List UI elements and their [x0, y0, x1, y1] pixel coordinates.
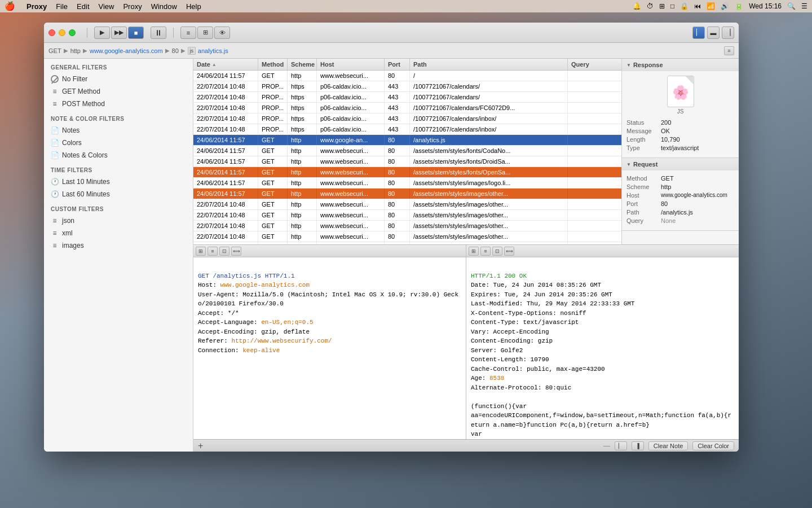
- stop-button[interactable]: ■: [128, 27, 144, 39]
- table-row[interactable]: 22/07/2014 10:48PROP...httpsp06-caldav.i…: [193, 103, 621, 113]
- panel-left-button[interactable]: ▏: [692, 27, 705, 39]
- get-icon: ≡: [51, 87, 59, 95]
- table-cell: [568, 178, 621, 188]
- req-split-btn3[interactable]: ⊡: [219, 247, 230, 256]
- table-row[interactable]: 22/07/2014 10:48PROP...httpsp06-caldav.i…: [193, 113, 621, 124]
- table-row[interactable]: 22/07/2014 10:48GEThttpwww.websecuri...8…: [193, 210, 621, 221]
- req-split-btn1[interactable]: ⊞: [196, 247, 206, 256]
- table-cell: /1007721067/calendars/: [410, 81, 568, 91]
- clear-color-button[interactable]: Clear Color: [692, 441, 734, 450]
- menu-help[interactable]: Help: [186, 2, 201, 11]
- list-view-button[interactable]: ≡: [180, 27, 196, 39]
- res-split-btn1[interactable]: ⊞: [469, 247, 479, 256]
- table-cell: /1007721067/calendars/: [410, 92, 568, 102]
- res-split-btn3[interactable]: ⊡: [492, 247, 502, 256]
- no-filter-icon: [51, 75, 59, 83]
- menu-window[interactable]: Window: [151, 2, 177, 11]
- table-row[interactable]: 24/06/2014 11:57GEThttpwww.websecuri...8…: [193, 178, 621, 189]
- spotlight-icon[interactable]: 🔍: [787, 2, 796, 10]
- play-button[interactable]: ▶: [94, 27, 110, 39]
- json-icon: ≡: [51, 217, 59, 225]
- table-cell: [568, 124, 621, 134]
- sidebar-item-notes-colors[interactable]: 📄 Notes & Colors: [44, 149, 193, 161]
- table-row[interactable]: 24/06/2014 11:57GEThttpwww.websecuri...8…: [193, 156, 621, 167]
- header-date[interactable]: Date ▲: [193, 59, 258, 70]
- sidebar-item-10min[interactable]: 🕐 Last 10 Minutes: [44, 176, 193, 188]
- panel-center-button[interactable]: ▬: [707, 27, 720, 39]
- host-label: www.google-analytics.com: [90, 47, 163, 54]
- header-port[interactable]: Port: [385, 59, 410, 70]
- notification-icon[interactable]: 🔔: [633, 2, 641, 10]
- table-row[interactable]: 24/06/2014 11:57GEThttpwww.websecuri...8…: [193, 71, 621, 81]
- screen-icon: □: [670, 2, 674, 10]
- close-button[interactable]: [48, 29, 55, 36]
- req-split-btn4[interactable]: ⟺: [231, 247, 241, 256]
- menu-edit[interactable]: Edit: [77, 2, 89, 11]
- table-row[interactable]: 22/07/2014 10:48GEThttpwww.websecuri...8…: [193, 199, 621, 210]
- menu-file[interactable]: File: [56, 2, 68, 11]
- status-btn1[interactable]: ▏: [615, 441, 627, 450]
- sidebar-item-post[interactable]: ≡ POST Method: [44, 98, 193, 110]
- wifi-icon: 📶: [707, 2, 715, 10]
- panel-right-button[interactable]: ▕: [722, 27, 734, 39]
- response-header[interactable]: ▼ Response: [622, 59, 739, 71]
- pause-button[interactable]: ⏸: [151, 27, 166, 39]
- grid-view-button[interactable]: ⊞: [197, 27, 213, 39]
- sidebar-item-json[interactable]: ≡ json: [44, 214, 193, 227]
- table-cell: 80: [385, 156, 410, 167]
- request-header[interactable]: ▼ Request: [622, 158, 739, 170]
- traffic-lights: [48, 29, 76, 36]
- menu-proxy-app[interactable]: Proxy: [27, 2, 47, 11]
- request-section: ▼ Request Method GET Scheme htt: [622, 158, 739, 231]
- table-cell: /1007721067/calendars/FC6072D9...: [410, 103, 568, 113]
- sidebar-item-images[interactable]: ≡ images: [44, 239, 193, 252]
- table-row[interactable]: 22/07/2014 10:48GEThttpwww.websecuri...8…: [193, 231, 621, 242]
- sidebar-item-no-filter[interactable]: No Filter: [44, 73, 193, 85]
- sidebar-item-60min[interactable]: 🕐 Last 60 Minutes: [44, 188, 193, 200]
- minimize-button[interactable]: [59, 29, 65, 36]
- header-scheme[interactable]: Scheme: [288, 59, 317, 70]
- header-method[interactable]: Method: [258, 59, 288, 70]
- table-cell: www.websecuri...: [317, 210, 385, 220]
- add-button[interactable]: +: [198, 441, 203, 450]
- table-row[interactable]: 22/07/2014 10:48PROP...httpsp06-caldav.i…: [193, 81, 621, 92]
- table-row[interactable]: 24/06/2014 11:57GEThttpwww.google-an...8…: [193, 135, 621, 146]
- sidebar-item-get[interactable]: ≡ GET Method: [44, 85, 193, 98]
- response-file: 🌸 JS: [626, 76, 734, 115]
- notification-center-icon[interactable]: ☰: [801, 2, 807, 10]
- file-preview: 🌸: [672, 85, 689, 100]
- res-split-btn4[interactable]: ⟺: [504, 247, 514, 256]
- req-split-btn2[interactable]: ≡: [208, 247, 218, 256]
- header-query[interactable]: Query: [568, 59, 621, 70]
- sidebar-label-post: POST Method: [62, 100, 105, 108]
- desktop: 🍎 Proxy File Edit View Proxy Window Help…: [0, 0, 812, 508]
- menu-view[interactable]: View: [99, 2, 114, 11]
- header-host[interactable]: Host: [317, 59, 385, 70]
- eye-view-button[interactable]: 👁: [214, 27, 230, 39]
- method-label: GET: [48, 47, 61, 54]
- menu-icon-btn[interactable]: ≡: [724, 46, 734, 55]
- table-row[interactable]: 24/06/2014 11:57GEThttpwww.websecuri...8…: [193, 167, 621, 178]
- table-row[interactable]: 24/06/2014 11:57GEThttpwww.websecuri...8…: [193, 189, 621, 199]
- table-cell: 80: [385, 210, 410, 220]
- table-row[interactable]: 22/07/2014 10:48GEThttpwww.websecuri...8…: [193, 221, 621, 231]
- clear-note-button[interactable]: Clear Note: [648, 441, 689, 450]
- sidebar-item-xml[interactable]: ≡ xml: [44, 227, 193, 239]
- table-row[interactable]: 24/06/2014 11:57GEThttpwww.websecuri...8…: [193, 146, 621, 156]
- apple-menu[interactable]: 🍎: [5, 1, 15, 11]
- table-row[interactable]: 22/07/2014 10:48PROP...httpsp06-caldav.i…: [193, 124, 621, 135]
- table-cell: /assets/stem/styles/images/other...: [410, 221, 568, 231]
- maximize-button[interactable]: [69, 29, 76, 36]
- timemachine-icon: ⏮: [694, 2, 701, 10]
- table-cell: 24/06/2014 11:57: [193, 71, 258, 81]
- table-row[interactable]: 22/07/2014 10:48PROP...httpsp06-caldav.i…: [193, 92, 621, 103]
- header-path[interactable]: Path: [410, 59, 568, 70]
- play-forward-button[interactable]: ▶▶: [111, 27, 127, 39]
- sidebar-item-notes[interactable]: 📄 Notes: [44, 124, 193, 137]
- res-line1: HTTP/1.1 200 OK: [471, 273, 527, 279]
- sidebar-item-colors[interactable]: 📄 Colors: [44, 137, 193, 149]
- response-split-panel: ⊞ ≡ ⊡ ⟺ HTTP/1.1 200 OK Date: Tue, 24 Ju…: [466, 245, 739, 439]
- status-btn2[interactable]: ▐: [632, 441, 644, 450]
- menu-proxy[interactable]: Proxy: [123, 2, 142, 11]
- res-split-btn2[interactable]: ≡: [480, 247, 491, 256]
